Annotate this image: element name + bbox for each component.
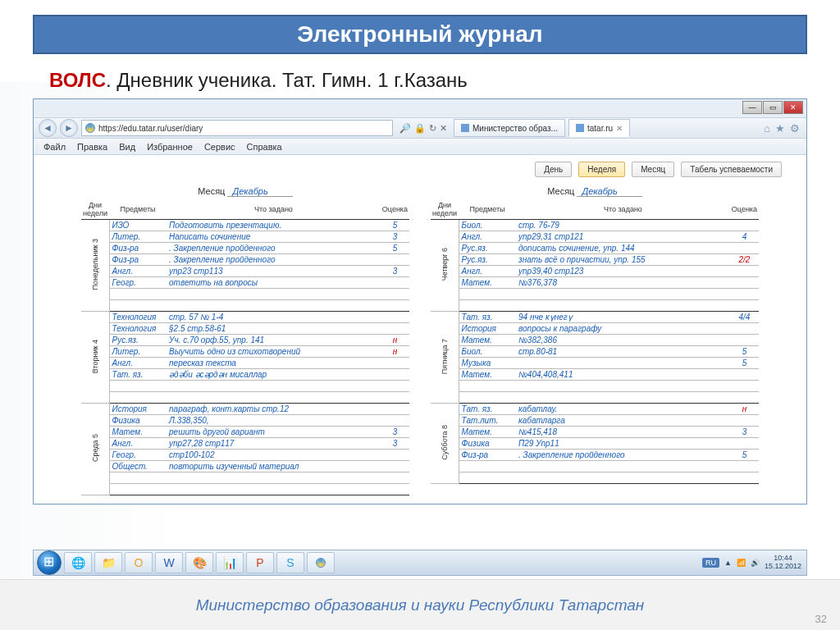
back-button[interactable]: ◄ <box>39 119 57 137</box>
taskbar-folder-icon[interactable]: 📁 <box>94 552 122 573</box>
task-cell[interactable]: повторить изученный материал <box>167 461 381 472</box>
subject-cell[interactable]: Матем. <box>459 335 516 346</box>
subject-cell[interactable]: Физ-ра <box>459 450 516 461</box>
task-cell[interactable]: знать всё о причастии, упр. 155 <box>516 254 730 266</box>
task-cell[interactable]: №376,378 <box>516 277 730 289</box>
forward-button[interactable]: ► <box>60 119 78 137</box>
refresh-icon[interactable]: ↻ <box>429 123 436 134</box>
taskbar-paint-icon[interactable]: 🎨 <box>185 552 213 573</box>
subject-cell[interactable]: Тат. яз. <box>459 312 516 323</box>
menu-help[interactable]: Справка <box>242 140 287 153</box>
task-cell[interactable]: упр23 стр113 <box>167 266 381 277</box>
view-week-button[interactable]: Неделя <box>578 162 625 177</box>
subject-cell[interactable]: Матем. <box>459 369 516 381</box>
subject-cell[interactable]: Геогр. <box>109 450 167 461</box>
task-cell[interactable]: П29 Упр11 <box>516 438 730 450</box>
subject-cell[interactable]: Англ. <box>459 266 516 277</box>
task-cell[interactable]: №382,386 <box>516 335 730 346</box>
subject-cell[interactable]: Физика <box>459 438 516 450</box>
subject-cell[interactable]: Англ. <box>109 358 167 369</box>
subject-cell[interactable]: Матем. <box>459 427 516 438</box>
task-cell[interactable]: стр. 57 № 1-4 <box>167 312 381 323</box>
task-cell[interactable]: . Закрепление пройденного <box>167 243 381 254</box>
tray-network-icon[interactable]: 📶 <box>737 559 746 567</box>
task-cell[interactable]: Подготовить презентацию. <box>167 220 381 231</box>
task-cell[interactable]: параграф, конт.карты стр.12 <box>167 404 381 415</box>
subject-cell[interactable]: Тат. яз. <box>459 404 516 415</box>
taskbar-skype-icon[interactable]: S <box>276 552 304 573</box>
task-cell[interactable]: §2.5 стр.58-61 <box>167 323 381 335</box>
maximize-button[interactable]: ▭ <box>763 101 783 114</box>
task-cell[interactable]: кабатлау. <box>516 404 730 415</box>
task-cell[interactable]: Выучить одно из стихотворений <box>167 346 381 358</box>
tray-volume-icon[interactable]: 🔊 <box>751 559 760 567</box>
task-cell[interactable]: ответить на вопросы <box>167 277 381 289</box>
subject-cell[interactable]: Матем. <box>109 427 167 438</box>
gear-icon[interactable]: ⚙ <box>790 122 800 135</box>
task-cell[interactable]: упр29,31 стр121 <box>516 231 730 243</box>
subject-cell[interactable]: Литер. <box>109 346 167 358</box>
subject-cell[interactable]: История <box>459 323 516 335</box>
task-cell[interactable] <box>516 358 730 369</box>
menu-service[interactable]: Сервис <box>199 140 240 153</box>
task-cell[interactable]: стр. 76-79 <box>516 220 730 231</box>
subject-cell[interactable]: История <box>109 404 167 415</box>
view-month-button[interactable]: Месяц <box>632 162 674 177</box>
subject-cell[interactable]: Рус.яз. <box>459 243 516 254</box>
tab-close-icon[interactable]: ✕ <box>616 124 623 133</box>
task-cell[interactable]: решить другой вариант <box>167 427 381 438</box>
task-cell[interactable]: кабатларга <box>516 415 730 427</box>
tab-ministry[interactable]: Министерство образ... <box>454 119 565 137</box>
subject-cell[interactable]: Англ. <box>109 266 167 277</box>
url-input[interactable]: https://edu.tatar.ru/user/diary <box>81 120 393 136</box>
task-cell[interactable]: вопросы к параграфу <box>516 323 730 335</box>
taskbar-powerpoint-icon[interactable]: P <box>246 552 274 573</box>
taskbar-chrome-icon[interactable]: 🌐 <box>64 552 92 573</box>
subject-cell[interactable]: Общест. <box>109 461 167 472</box>
subject-cell[interactable]: Тат.лит. <box>459 415 516 427</box>
subject-cell[interactable]: Биол. <box>459 346 516 358</box>
favorites-icon[interactable]: ★ <box>775 122 785 135</box>
tray-flag-icon[interactable]: ▲ <box>724 559 732 567</box>
subject-cell[interactable]: Англ. <box>459 231 516 243</box>
task-cell[interactable]: стр100-102 <box>167 450 381 461</box>
menu-edit[interactable]: Правка <box>72 140 112 153</box>
minimize-button[interactable]: — <box>742 101 762 114</box>
task-cell[interactable]: . Закрепление пройденного <box>167 254 381 266</box>
view-day-button[interactable]: День <box>535 162 572 177</box>
taskbar-word-icon[interactable]: W <box>155 552 183 573</box>
taskbar-app-icon[interactable]: 📊 <box>216 552 244 573</box>
task-cell[interactable]: №404,408,411 <box>516 369 730 381</box>
task-cell[interactable]: упр27,28 стр117 <box>167 438 381 450</box>
subject-cell[interactable]: Музыка <box>459 358 516 369</box>
task-cell[interactable]: Л.338,350, <box>167 415 381 427</box>
search-icon[interactable]: 🔎 <box>399 123 411 134</box>
task-cell[interactable]: әдәби әсәрдән мисаллар <box>167 369 381 381</box>
task-cell[interactable]: пересказ текста <box>167 358 381 369</box>
subject-cell[interactable]: Литер. <box>109 231 167 243</box>
task-cell[interactable]: . Закрепление пройденного <box>516 450 730 461</box>
task-cell[interactable]: Уч. с.70 орф.55, упр. 141 <box>167 335 381 346</box>
stop-icon[interactable]: ✕ <box>440 123 447 134</box>
subject-cell[interactable]: Геогр. <box>109 277 167 289</box>
subject-cell[interactable]: Технология <box>109 312 167 323</box>
subject-cell[interactable]: Физ-ра <box>109 254 167 266</box>
tab-tatar[interactable]: tatar.ru ✕ <box>568 119 630 137</box>
subject-cell[interactable]: Матем. <box>459 277 516 289</box>
task-cell[interactable]: стр.80-81 <box>516 346 730 358</box>
subject-cell[interactable]: Физ-ра <box>109 243 167 254</box>
menu-favorites[interactable]: Избранное <box>142 140 198 153</box>
subject-cell[interactable]: Англ. <box>109 438 167 450</box>
home-icon[interactable]: ⌂ <box>764 122 770 135</box>
subject-cell[interactable]: Технология <box>109 323 167 335</box>
subject-cell[interactable]: Биол. <box>459 220 516 231</box>
menu-file[interactable]: Файл <box>39 140 71 153</box>
subject-cell[interactable]: Тат. яз. <box>109 369 167 381</box>
subject-cell[interactable]: Рус.яз. <box>459 254 516 266</box>
language-indicator[interactable]: RU <box>702 558 719 568</box>
subject-cell[interactable]: Физика <box>109 415 167 427</box>
task-cell[interactable]: упр39,40 стр123 <box>516 266 730 277</box>
taskbar-outlook-icon[interactable]: O <box>125 552 153 573</box>
clock[interactable]: 10:44 15.12.2012 <box>765 555 801 571</box>
task-cell[interactable]: 94 нче күнегү <box>516 312 730 323</box>
